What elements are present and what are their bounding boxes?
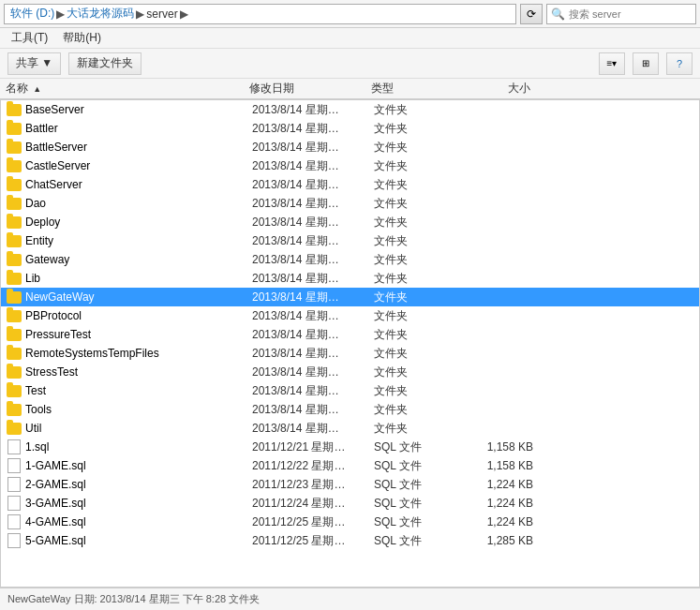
file-type: 文件夹 xyxy=(374,327,458,343)
menu-help[interactable]: 帮助(H) xyxy=(55,28,109,48)
list-item[interactable]: BattleServer2013/8/14 星期…文件夹 xyxy=(1,138,699,156)
file-icon xyxy=(7,514,22,529)
file-icon xyxy=(7,477,22,492)
file-type: 文件夹 xyxy=(374,215,458,231)
list-item[interactable]: NewGateWay2013/8/14 星期…文件夹 xyxy=(1,288,699,306)
col-header-name[interactable]: 名称 ▲ xyxy=(6,81,249,97)
file-name: RemoteSystemsTempFiles xyxy=(25,347,252,360)
file-name: 3-GAME.sql xyxy=(25,497,252,510)
file-date: 2013/8/14 星期… xyxy=(252,346,374,362)
file-icon xyxy=(7,458,22,473)
help-icon: ? xyxy=(677,58,682,69)
list-item[interactable]: 5-GAME.sql2011/12/25 星期…SQL 文件1,285 KB xyxy=(1,531,699,550)
list-item[interactable]: Test2013/8/14 星期…文件夹 xyxy=(1,381,699,400)
file-name: NewGateWay xyxy=(25,290,252,304)
file-name: Lib xyxy=(25,272,252,285)
file-type: SQL 文件 xyxy=(374,439,458,455)
help-button[interactable]: ? xyxy=(666,52,693,75)
file-type: 文件夹 xyxy=(374,402,458,418)
file-list-container[interactable]: BaseServer2013/8/14 星期…文件夹Battler2013/8/… xyxy=(0,99,700,588)
file-size: 1,224 KB xyxy=(458,497,533,510)
col-header-type[interactable]: 类型 xyxy=(371,81,455,97)
folder-icon xyxy=(7,365,22,379)
file-type: 文件夹 xyxy=(374,383,458,399)
view-pane-button[interactable]: ⊞ xyxy=(633,52,659,75)
file-name: 4-GAME.sql xyxy=(25,515,252,528)
list-item[interactable]: 2-GAME.sql2011/12/23 星期…SQL 文件1,224 KB xyxy=(1,475,699,494)
file-name: StressTest xyxy=(25,365,252,379)
file-date: 2011/12/25 星期… xyxy=(252,533,374,549)
file-name: CastleServer xyxy=(25,159,252,172)
list-item[interactable]: StressTest2013/8/14 星期…文件夹 xyxy=(1,363,699,381)
list-item[interactable]: Tools2013/8/14 星期…文件夹 xyxy=(1,400,699,419)
folder-icon xyxy=(7,102,22,117)
folder-icon xyxy=(7,290,22,305)
file-name: Tools xyxy=(25,403,252,416)
file-date: 2011/12/25 星期… xyxy=(252,514,374,530)
list-item[interactable]: PBProtocol2013/8/14 星期…文件夹 xyxy=(1,306,699,325)
file-name: Deploy xyxy=(25,216,252,229)
file-date: 2013/8/14 星期… xyxy=(252,177,374,193)
view-toggle-button[interactable]: ≡▾ xyxy=(599,52,625,75)
file-type: 文件夹 xyxy=(374,421,458,437)
file-name: ChatServer xyxy=(25,178,252,191)
file-type: SQL 文件 xyxy=(374,477,458,493)
file-name: Test xyxy=(25,384,252,397)
list-item[interactable]: 4-GAME.sql2011/12/25 星期…SQL 文件1,224 KB xyxy=(1,513,699,531)
file-name: 2-GAME.sql xyxy=(25,478,252,491)
list-item[interactable]: ChatServer2013/8/14 星期…文件夹 xyxy=(1,175,699,194)
list-item[interactable]: Gateway2013/8/14 星期…文件夹 xyxy=(1,250,699,269)
file-date: 2013/8/14 星期… xyxy=(252,196,374,212)
folder-icon xyxy=(7,121,22,136)
refresh-button[interactable]: ⟳ xyxy=(520,4,543,24)
list-item[interactable]: PressureTest2013/8/14 星期…文件夹 xyxy=(1,325,699,344)
file-date: 2013/8/14 星期… xyxy=(252,158,374,174)
col-header-size[interactable]: 大小 xyxy=(455,81,530,97)
file-icon xyxy=(7,439,22,454)
share-button[interactable]: 共享 ▼ xyxy=(7,52,61,75)
list-item[interactable]: Deploy2013/8/14 星期…文件夹 xyxy=(1,213,699,231)
file-type: 文件夹 xyxy=(374,346,458,362)
file-date: 2011/12/24 星期… xyxy=(252,496,374,512)
list-item[interactable]: Lib2013/8/14 星期…文件夹 xyxy=(1,269,699,288)
list-item[interactable]: RemoteSystemsTempFiles2013/8/14 星期…文件夹 xyxy=(1,344,699,363)
file-list: BaseServer2013/8/14 星期…文件夹Battler2013/8/… xyxy=(1,100,699,550)
file-date: 2013/8/14 星期… xyxy=(252,140,374,156)
list-item[interactable]: 1-GAME.sql2011/12/22 星期…SQL 文件1,158 KB xyxy=(1,456,699,475)
menu-tools[interactable]: 工具(T) xyxy=(4,28,55,48)
list-item[interactable]: Util2013/8/14 星期…文件夹 xyxy=(1,419,699,438)
folder-icon xyxy=(7,383,22,398)
file-date: 2013/8/14 星期… xyxy=(252,421,374,437)
search-box[interactable]: 🔍 xyxy=(546,4,696,24)
list-item[interactable]: Dao2013/8/14 星期…文件夹 xyxy=(1,194,699,213)
col-header-date[interactable]: 修改日期 xyxy=(249,81,371,97)
file-name: 1-GAME.sql xyxy=(25,459,252,472)
list-item[interactable]: 3-GAME.sql2011/12/24 星期…SQL 文件1,224 KB xyxy=(1,494,699,513)
list-item[interactable]: CastleServer2013/8/14 星期…文件夹 xyxy=(1,156,699,175)
list-item[interactable]: Battler2013/8/14 星期…文件夹 xyxy=(1,119,699,138)
folder-icon xyxy=(7,140,22,155)
file-size: 1,224 KB xyxy=(458,478,533,491)
list-item[interactable]: BaseServer2013/8/14 星期…文件夹 xyxy=(1,100,699,119)
file-type: 文件夹 xyxy=(374,252,458,268)
search-input[interactable] xyxy=(569,8,692,20)
list-item[interactable]: 1.sql2011/12/21 星期…SQL 文件1,158 KB xyxy=(1,438,699,456)
address-path[interactable]: 软件 (D:) ▶ 大话龙将源码 ▶ server ▶ xyxy=(4,4,516,24)
menu-bar: 工具(T) 帮助(H) xyxy=(0,28,700,49)
file-type: 文件夹 xyxy=(374,308,458,324)
file-type: SQL 文件 xyxy=(374,458,458,474)
file-size: 1,158 KB xyxy=(458,440,533,454)
new-folder-label: 新建文件夹 xyxy=(77,55,133,71)
new-folder-button[interactable]: 新建文件夹 xyxy=(68,52,141,75)
file-name: Dao xyxy=(25,197,252,210)
status-text: NewGateWay 日期: 2013/8/14 星期三 下午 8:28 文件夹 xyxy=(7,592,260,606)
share-label: 共享 ▼ xyxy=(16,55,52,71)
file-type: 文件夹 xyxy=(374,196,458,212)
folder-icon xyxy=(7,402,22,417)
list-item[interactable]: Entity2013/8/14 星期…文件夹 xyxy=(1,231,699,250)
column-headers: 名称 ▲ 修改日期 类型 大小 xyxy=(0,79,700,99)
folder-icon xyxy=(7,196,22,211)
sort-icon: ▲ xyxy=(33,84,41,94)
file-date: 2013/8/14 星期… xyxy=(252,102,374,118)
path-part-2: 大话龙将源码 xyxy=(67,6,134,22)
